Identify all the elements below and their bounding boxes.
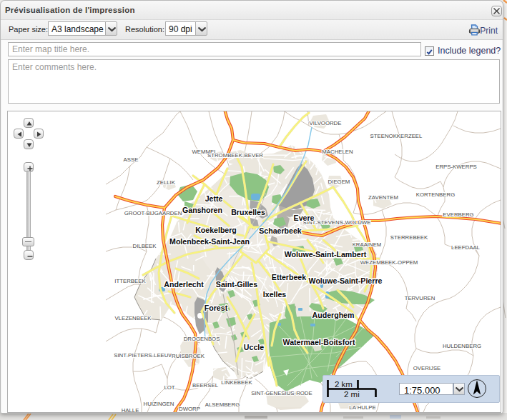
svg-text:Ganshoren: Ganshoren bbox=[182, 206, 222, 214]
svg-text:HULDENBERG: HULDENBERG bbox=[443, 343, 481, 349]
svg-text:SINT-PIETERS-LEEUW: SINT-PIETERS-LEEUW bbox=[114, 352, 174, 359]
svg-text:Auderghem: Auderghem bbox=[312, 311, 355, 319]
svg-text:DILBEEK: DILBEEK bbox=[133, 243, 157, 249]
svg-text:TERVUREN: TERVUREN bbox=[405, 295, 435, 301]
svg-text:Uccle: Uccle bbox=[244, 343, 264, 351]
svg-text:Woluwe-Saint-Pierre: Woluwe-Saint-Pierre bbox=[309, 276, 383, 285]
svg-text:STEENOKKERZEEL: STEENOKKERZEEL bbox=[370, 133, 423, 139]
svg-text:VILVOORDE: VILVOORDE bbox=[310, 120, 342, 126]
svg-text:LINKEBEEK: LINKEBEEK bbox=[221, 379, 252, 386]
svg-text:HALLE: HALLE bbox=[122, 407, 139, 413]
svg-text:Jette: Jette bbox=[205, 194, 223, 203]
svg-text:Ixelles: Ixelles bbox=[263, 290, 287, 299]
svg-text:DROGENBOS: DROGENBOS bbox=[184, 336, 220, 342]
svg-text:Koekelberg: Koekelberg bbox=[195, 226, 237, 234]
svg-text:KRAAINEM: KRAAINEM bbox=[353, 241, 382, 248]
svg-text:ZAVENTEM: ZAVENTEM bbox=[368, 194, 398, 201]
svg-text:Woluwe-Saint-Lambert: Woluwe-Saint-Lambert bbox=[285, 250, 367, 259]
svg-text:DWORP: DWORP bbox=[179, 406, 200, 412]
svg-text:KORTENBERG: KORTENBERG bbox=[416, 191, 455, 198]
svg-text:Watermael-Boitsfort: Watermael-Boitsfort bbox=[283, 338, 355, 346]
svg-text:Bruxelles: Bruxelles bbox=[231, 208, 265, 216]
svg-text:VLEZENBEEK: VLEZENBEEK bbox=[114, 315, 152, 321]
svg-text:ASSE: ASSE bbox=[124, 156, 139, 163]
svg-text:ITTERBEEK: ITTERBEEK bbox=[114, 278, 146, 284]
svg-text:STROMBEEK-BEVER: STROMBEEK-BEVER bbox=[207, 152, 263, 159]
svg-text:BEERSEL: BEERSEL bbox=[192, 382, 219, 389]
svg-text:EVERBERG: EVERBERG bbox=[443, 211, 473, 218]
svg-text:LEEFDAAL: LEEFDAAL bbox=[451, 244, 481, 251]
svg-text:Evere: Evere bbox=[294, 214, 315, 222]
svg-text:2 km: 2 km bbox=[335, 380, 353, 389]
svg-text:DIEGEM: DIEGEM bbox=[328, 179, 350, 185]
svg-text:LA HULPE: LA HULPE bbox=[349, 404, 375, 411]
svg-text:ERPS-KWERPS: ERPS-KWERPS bbox=[435, 164, 477, 170]
svg-text:2 mi: 2 mi bbox=[344, 390, 360, 399]
svg-text:WEZEMBEEK-OPPEM: WEZEMBEEK-OPPEM bbox=[360, 259, 418, 266]
svg-text:Anderlecht: Anderlecht bbox=[164, 280, 204, 289]
svg-text:Saint-Gilles: Saint-Gilles bbox=[216, 280, 257, 289]
svg-text:OVERIJSE: OVERIJSE bbox=[413, 365, 441, 371]
svg-text:MACHELEN: MACHELEN bbox=[322, 149, 353, 155]
svg-text:ALSEMBERG: ALSEMBERG bbox=[205, 401, 240, 408]
svg-text:Etterbeek: Etterbeek bbox=[272, 273, 306, 281]
svg-text:SINT-GENESIUS-RODE: SINT-GENESIUS-RODE bbox=[251, 390, 312, 396]
svg-text:Schaerbeek: Schaerbeek bbox=[259, 226, 302, 235]
svg-text:Molenbeek-Saint-Jean: Molenbeek-Saint-Jean bbox=[169, 237, 250, 246]
svg-text:STERREBEEK: STERREBEEK bbox=[390, 234, 428, 241]
svg-text:LOT: LOT bbox=[164, 384, 174, 391]
svg-text:ZELLIK: ZELLIK bbox=[157, 179, 176, 186]
svg-text:RUISBROEK: RUISBROEK bbox=[172, 353, 205, 359]
svg-text:GROOT-BIJGAARDEN: GROOT-BIJGAARDEN bbox=[124, 210, 182, 216]
svg-text:HUIZINGEN: HUIZINGEN bbox=[144, 401, 174, 407]
svg-text:Forest: Forest bbox=[205, 304, 228, 312]
